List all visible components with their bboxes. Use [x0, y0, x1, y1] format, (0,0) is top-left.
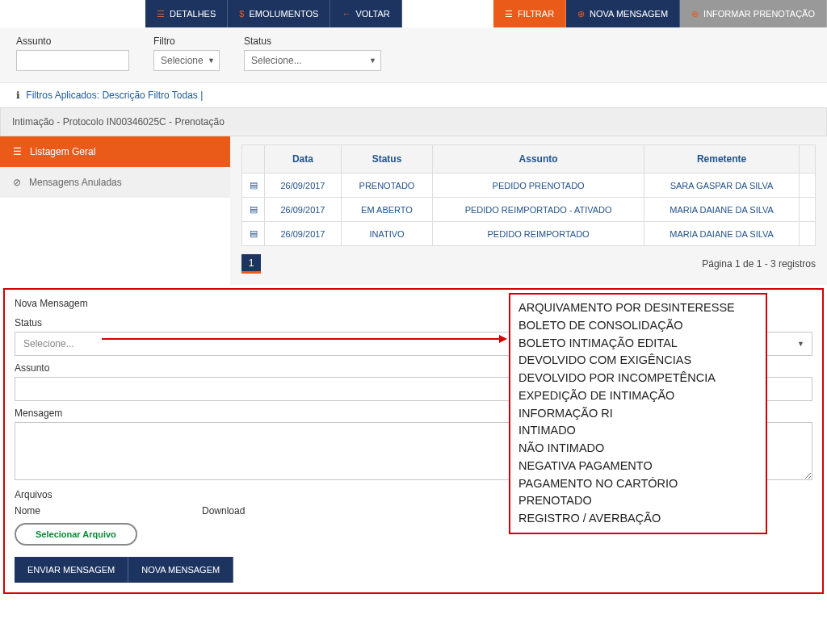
voltar-button[interactable]: ← VOLTAR [330, 0, 401, 27]
filtrar-button[interactable]: ☰ FILTRAR [493, 0, 566, 27]
status-option[interactable]: EXPEDIÇÃO DE INTIMAÇÃO [518, 387, 758, 405]
status-option[interactable]: REGISTRO / AVERBAÇÃO [518, 510, 758, 528]
col-status: Status [341, 145, 432, 174]
plus-circle-icon: ⊕ [691, 9, 699, 19]
form-actions: ENVIAR MENSAGEM NOVA MENSAGEM [15, 557, 812, 583]
col-icon [242, 145, 265, 174]
emolumentos-label: EMOLUMENTOS [249, 9, 318, 19]
detail-icon[interactable]: ▤ [250, 228, 258, 238]
status-option[interactable]: INTIMADO [518, 422, 758, 440]
filter-assunto: Assunto [16, 36, 129, 71]
annotation-arrow [102, 338, 506, 340]
cell-assunto: PEDIDO REIMPORTADO [433, 222, 644, 246]
filter-status: Status [244, 36, 381, 71]
cell-assunto: PEDIDO PRENOTADO [433, 174, 644, 198]
table-row[interactable]: ▤ 26/09/2017 INATIVO PEDIDO REIMPORTADO … [242, 222, 816, 246]
status-option[interactable]: DEVOLVIDO COM EXIGÊNCIAS [518, 352, 758, 370]
nova-mensagem-action-button[interactable]: NOVA MENSAGEM [128, 557, 233, 583]
plus-circle-icon: ⊕ [577, 9, 585, 19]
filter-icon: ☰ [505, 9, 513, 19]
status-option[interactable]: PRENOTADO [518, 492, 758, 510]
dollar-icon: $ [239, 9, 244, 19]
applied-filters: ℹ Filtros Aplicados: Descrição Filtro To… [0, 83, 827, 107]
messages-table: Data Status Assunto Remetente ▤ 26/09/20… [241, 144, 816, 246]
status-option[interactable]: DEVOLVIDO POR INCOMPETÊNCIA [518, 370, 758, 387]
status-option[interactable]: BOLETO INTIMAÇÃO EDITAL [518, 335, 758, 353]
col-assunto: Assunto [433, 145, 644, 174]
filter-filtro: Filtro [153, 36, 220, 71]
sidebar-item-mensagens-anuladas[interactable]: ⊘ Mensagens Anuladas [0, 167, 230, 198]
col-end [800, 145, 816, 174]
arrow-left-icon: ← [342, 9, 351, 19]
informar-prenotacao-label: INFORMAR PRENOTAÇÃO [703, 9, 815, 19]
list-icon: ☰ [157, 9, 165, 19]
cell-data: 26/09/2017 [265, 222, 342, 246]
filtrar-label: FILTRAR [518, 9, 554, 19]
voltar-label: VOLTAR [355, 9, 389, 19]
cell-end [800, 222, 816, 246]
status-options-overlay: ARQUIVAMENTO POR DESINTERESSE BOLETO DE … [509, 293, 767, 534]
detalhes-label: DETALHES [170, 9, 216, 19]
status-select[interactable] [244, 50, 381, 71]
filter-bar: Assunto Filtro Status [0, 27, 827, 83]
cell-status: PRENOTADO [341, 174, 432, 198]
status-label: Status [244, 36, 381, 47]
enviar-mensagem-button[interactable]: ENVIAR MENSAGEM [15, 557, 128, 583]
filtro-select[interactable] [153, 50, 220, 71]
cell-status: EM ABERTO [341, 198, 432, 222]
block-icon: ⊘ [13, 177, 21, 188]
nova-mensagem-label: NOVA MENSAGEM [590, 9, 668, 19]
filtro-label: Filtro [153, 36, 220, 47]
table-row[interactable]: ▤ 26/09/2017 EM ABERTO PEDIDO REIMPORTAD… [242, 198, 816, 222]
emolumentos-button[interactable]: $ EMOLUMENTOS [228, 0, 330, 27]
status-option[interactable]: NEGATIVA PAGAMENTO [518, 458, 758, 475]
selecionar-arquivo-button[interactable]: Selecionar Arquivo [15, 523, 137, 546]
cell-status: INATIVO [341, 222, 432, 246]
nome-label: Nome [15, 505, 40, 516]
cell-remetente: SARA GASPAR DA SILVA [644, 174, 800, 198]
status-option[interactable]: NÃO INTIMADO [518, 440, 758, 458]
detail-icon[interactable]: ▤ [250, 180, 258, 190]
cell-remetente: MARIA DAIANE DA SILVA [644, 222, 800, 246]
cell-data: 26/09/2017 [265, 198, 342, 222]
nova-mensagem-button[interactable]: ⊕ NOVA MENSAGEM [566, 0, 680, 27]
info-icon: ℹ [16, 90, 20, 101]
sidebar-item-listagem-geral[interactable]: ☰ Listagem Geral [0, 136, 230, 167]
download-label: Download [202, 505, 245, 516]
toolbar-left: ☰ DETALHES $ EMOLUMENTOS ← VOLTAR [145, 0, 402, 27]
informar-prenotacao-button[interactable]: ⊕ INFORMAR PRENOTAÇÃO [680, 0, 827, 27]
top-toolbar: ☰ DETALHES $ EMOLUMENTOS ← VOLTAR ☰ FILT… [0, 0, 827, 27]
pager: 1 Página 1 de 1 - 3 registros [241, 254, 816, 274]
toolbar-right: ☰ FILTRAR ⊕ NOVA MENSAGEM ⊕ INFORMAR PRE… [493, 0, 827, 27]
table-area: Data Status Assunto Remetente ▤ 26/09/20… [230, 136, 827, 285]
cell-end [800, 198, 816, 222]
status-option[interactable]: INFORMAÇÃO RI [518, 405, 758, 423]
sidebar-item-label: Mensagens Anuladas [29, 177, 122, 188]
cell-data: 26/09/2017 [265, 174, 342, 198]
cell-remetente: MARIA DAIANE DA SILVA [644, 198, 800, 222]
col-data: Data [265, 145, 342, 174]
detail-icon[interactable]: ▤ [250, 204, 258, 214]
table-row[interactable]: ▤ 26/09/2017 PRENOTADO PEDIDO PRENOTADO … [242, 174, 816, 198]
sidebar: ☰ Listagem Geral ⊘ Mensagens Anuladas [0, 136, 230, 285]
sidebar-item-label: Listagem Geral [30, 146, 95, 157]
status-option[interactable]: ARQUIVAMENTO POR DESINTERESSE [518, 299, 758, 317]
status-option[interactable]: PAGAMENTO NO CARTÓRIO [518, 475, 758, 493]
page-info: Página 1 de 1 - 3 registros [702, 258, 816, 270]
page-title: Intimação - Protocolo IN00346025C - Pren… [0, 107, 827, 136]
applied-filters-text: Filtros Aplicados: Descrição Filtro Toda… [26, 90, 203, 101]
status-option[interactable]: BOLETO DE CONSOLIDAÇÃO [518, 317, 758, 335]
content-area: ☰ Listagem Geral ⊘ Mensagens Anuladas Da… [0, 136, 827, 285]
page-number[interactable]: 1 [241, 254, 261, 274]
list-icon: ☰ [13, 146, 22, 157]
cell-end [800, 174, 816, 198]
col-remetente: Remetente [644, 145, 800, 174]
assunto-input[interactable] [16, 50, 129, 71]
cell-assunto: PEDIDO REIMPORTADO - ATIVADO [433, 198, 644, 222]
assunto-label: Assunto [16, 36, 129, 47]
nova-mensagem-form: Nova Mensagem Status Assunto Mensagem Ar… [3, 288, 824, 594]
detalhes-button[interactable]: ☰ DETALHES [145, 0, 228, 27]
